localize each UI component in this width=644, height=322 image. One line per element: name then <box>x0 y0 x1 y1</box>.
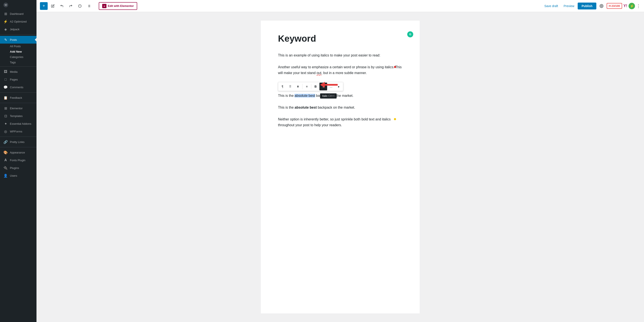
essential-addons-icon: ✦ <box>4 122 8 126</box>
sidebar-divider-3 <box>0 92 36 92</box>
publish-label: Publish <box>582 4 592 8</box>
settings-button[interactable] <box>598 2 605 10</box>
sidebar-item-media[interactable]: 🖼 Media <box>0 68 36 76</box>
pretty-links-icon: 🔗 <box>4 140 8 144</box>
comments-icon: 💬 <box>4 85 8 89</box>
paragraph-1: This is an example of using italics to m… <box>278 52 402 58</box>
paragraph-3-before: This is the <box>278 94 294 98</box>
sidebar-item-elementor[interactable]: ⊞ Elementor <box>0 104 36 112</box>
sidebar-divider-6 <box>0 147 36 147</box>
sidebar-sub-item-categories[interactable]: Categories <box>0 54 36 60</box>
paragraph-3-selected: absolute best <box>294 94 315 98</box>
wpforms-icon: ◎ <box>4 129 8 134</box>
elementor-icon: ⊞ <box>4 106 8 110</box>
gear-icon <box>600 4 604 8</box>
categories-label: Categories <box>10 56 24 58</box>
wp-logo-icon: W <box>4 2 8 7</box>
bold-icon: B <box>314 85 317 88</box>
sidebar-sub-item-tags[interactable]: Tags <box>0 60 36 65</box>
paragraph-mark-icon: ¶ <box>282 85 283 88</box>
sidebar-item-label: Comments <box>10 86 24 89</box>
block-toolbar: ¶ ⠿ ▲▼ ≡ B I … <box>278 82 343 91</box>
main-area: + e Edit with Elementor Save draft Previ… <box>36 0 644 322</box>
edit-with-elementor-button[interactable]: e Edit with Elementor <box>99 2 137 10</box>
sidebar-item-posts[interactable]: ✎ Posts <box>0 36 36 44</box>
block-toolbar-bold-btn[interactable]: B <box>312 83 320 90</box>
sidebar-item-pages[interactable]: □ Pages <box>0 76 36 83</box>
yoast-icon-button[interactable]: Y! <box>624 4 627 8</box>
wp-logo-area[interactable]: W <box>0 0 36 10</box>
tools-button[interactable] <box>49 2 57 10</box>
paragraph-4: This is the absolute best backpack on th… <box>278 104 402 110</box>
sidebar-item-fonts-plugin[interactable]: A Fonts Plugin <box>0 156 36 164</box>
grammarly-icon[interactable]: G <box>407 31 413 37</box>
svg-point-9 <box>601 5 602 6</box>
top-toolbar: + e Edit with Elementor Save draft Previ… <box>36 0 644 12</box>
save-draft-button[interactable]: Save draft <box>542 3 560 9</box>
sidebar-divider <box>0 34 36 34</box>
extra-icon: ▸ <box>338 85 340 88</box>
block-toolbar-drag-btn[interactable]: ⠿ <box>286 83 294 90</box>
paragraph-4-bold: absolute best <box>294 106 317 109</box>
paragraph-2-underline: out <box>317 71 321 75</box>
yoast-seo-badge[interactable]: H 23/100 <box>607 3 622 9</box>
sidebar-item-plugins[interactable]: 🔌 Plugins <box>0 164 36 172</box>
posts-icon: ✎ <box>4 38 8 42</box>
pencil-icon <box>51 4 54 8</box>
sidebar-item-label: Posts <box>10 38 17 42</box>
users-icon: 👤 <box>4 174 8 178</box>
preview-button[interactable]: Preview <box>561 3 576 9</box>
tooltip-label: Italic <box>322 94 328 98</box>
sidebar-item-feedback[interactable]: 📋 Feedback <box>0 94 36 102</box>
sidebar-item-a2optimized[interactable]: ⚡ A2 Optimized <box>0 18 36 25</box>
feedback-icon: 📋 <box>4 96 8 100</box>
sidebar-item-pretty-links[interactable]: 🔗 Pretty Links <box>0 138 36 146</box>
add-block-button[interactable]: + <box>40 2 48 10</box>
block-toolbar-move-btn[interactable]: ▲▼ <box>294 83 302 90</box>
undo-button[interactable] <box>58 2 66 10</box>
plugins-icon: 🔌 <box>4 166 8 170</box>
editor-content: G Keyword This is an example of using it… <box>261 20 420 314</box>
list-view-button[interactable] <box>85 2 93 10</box>
appearance-icon: 🎨 <box>4 150 8 154</box>
templates-icon: ⊡ <box>4 114 8 118</box>
paragraph-2: Another useful way to emphasize a certai… <box>278 64 402 76</box>
sidebar-item-wpforms[interactable]: ◎ WPForms <box>0 128 36 135</box>
sidebar-item-users[interactable]: 👤 Users <box>0 172 36 180</box>
info-button[interactable] <box>76 2 84 10</box>
elementor-e-icon: e <box>102 4 106 8</box>
sidebar-item-dashboard[interactable]: ⊞ Dashboard <box>0 10 36 18</box>
post-title[interactable]: Keyword <box>278 34 402 44</box>
sidebar-divider-4 <box>0 103 36 103</box>
sidebar-item-label: A2 Optimized <box>10 20 26 23</box>
sidebar-item-label: Pages <box>10 78 18 81</box>
sidebar-sub-item-add-new[interactable]: Add New <box>0 49 36 54</box>
sidebar-item-jetpack[interactable]: ◈ Jetpack <box>0 25 36 33</box>
dashboard-icon: ⊞ <box>4 12 8 16</box>
sidebar-sub-item-all-posts[interactable]: All Posts <box>0 44 36 49</box>
more-options-button[interactable]: ⋮ <box>636 4 640 8</box>
move-icon: ▲▼ <box>297 85 299 88</box>
sidebar-item-label: Elementor <box>10 107 22 110</box>
sidebar-item-appearance[interactable]: 🎨 Appearance <box>0 148 36 156</box>
publish-button[interactable]: Publish <box>578 2 596 10</box>
yoast-h-label: H <box>609 4 611 8</box>
add-new-label: Add New <box>10 50 22 53</box>
sidebar-item-label: Dashboard <box>10 12 24 16</box>
paragraph-4-after: backpack on the market. <box>317 106 355 109</box>
more-options-icon: ⋮ <box>636 4 640 8</box>
green-status-indicator: ⚡ <box>628 3 635 9</box>
undo-icon <box>60 4 64 8</box>
sidebar-item-comments[interactable]: 💬 Comments <box>0 83 36 91</box>
toolbar-separator-2 <box>311 84 311 89</box>
yellow-dot-indicator <box>394 118 396 120</box>
sidebar-item-label: Fonts Plugin <box>10 159 25 162</box>
redo-button[interactable] <box>67 2 75 10</box>
block-toolbar-align-btn[interactable]: ≡ <box>303 83 310 90</box>
sidebar-item-essential-addons[interactable]: ✦ Essential Addons <box>0 120 36 128</box>
italic-tooltip: Italic Ctrl+I <box>320 94 336 98</box>
block-toolbar-paragraph-btn[interactable]: ¶ <box>279 83 286 90</box>
sidebar-item-templates[interactable]: ⊡ Templates <box>0 112 36 120</box>
yoast-y-icon: Y! <box>624 4 627 8</box>
editor-area: G Keyword This is an example of using it… <box>36 12 644 322</box>
